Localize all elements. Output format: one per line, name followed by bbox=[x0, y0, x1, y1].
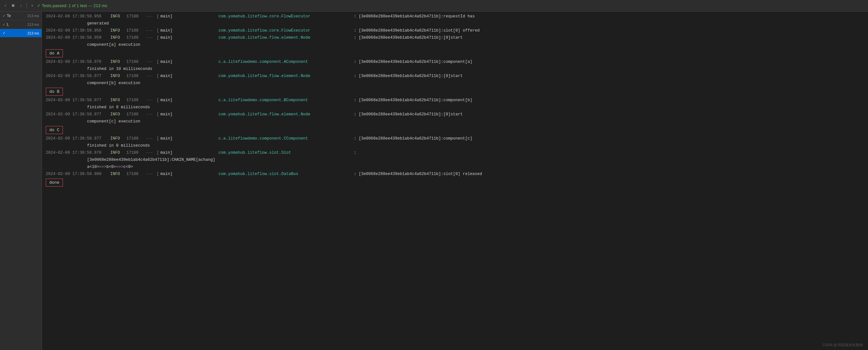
highlight-done: done bbox=[42, 178, 868, 188]
log-indent-5: finished in 0 milliseconds bbox=[42, 104, 868, 111]
sidebar-time-l: 213 ms bbox=[27, 23, 39, 26]
check-icon-te: ✓ bbox=[3, 14, 5, 18]
log-indent-8: [3e0068e288ee439eb1ab4c4a62b4711b]:CHAIN… bbox=[42, 156, 868, 163]
sidebar-label-te: Te bbox=[7, 13, 11, 18]
toolbar-status: ✓ Tests passed: 1 of 1 test — 213 ms bbox=[37, 3, 107, 8]
log-line-8: 2024-02-09 17:30:58.977 INFO 17108 --- [… bbox=[42, 135, 868, 142]
sidebar-label-l: L bbox=[7, 22, 9, 27]
log-line-7: 2024-02-09 17:30:58.977 INFO 17108 --- [… bbox=[42, 111, 868, 118]
sort-icon[interactable]: ↕ bbox=[18, 3, 24, 9]
log-line-10: 2024-02-09 17:30:58.980 INFO 17108 --- [… bbox=[42, 170, 868, 178]
thread-1: main] bbox=[161, 13, 219, 20]
ts-1: 2024-02-09 17:30:58.956 bbox=[46, 13, 110, 20]
log-line-4: 2024-02-09 17:30:58.976 INFO 17108 --- [… bbox=[42, 58, 868, 65]
sidebar-item-active[interactable]: ✓ 213 ms bbox=[0, 29, 41, 37]
log-flow-line: a<10>==>b<0>==>c<0> bbox=[42, 163, 868, 170]
check-icon-active: ✓ bbox=[3, 31, 5, 35]
main-layout: ✓ Te 213 ms ✓ L 213 ms ✓ 213 ms 2024-02-… bbox=[0, 11, 868, 350]
watermark: CSDN @ 阿昌喜欢吃黄桃 bbox=[823, 343, 863, 347]
log-indent-4: component[b] execution bbox=[42, 79, 868, 87]
class-1: com.yomahub.liteflow.core.FlowExecutor bbox=[219, 13, 354, 20]
pass-icon[interactable]: ✓ bbox=[3, 3, 8, 9]
log-indent-6: component[c] execution bbox=[42, 118, 868, 125]
sidebar-time-active: 213 ms bbox=[27, 31, 39, 35]
test-sidebar: ✓ Te 213 ms ✓ L 213 ms ✓ 213 ms bbox=[0, 11, 42, 350]
pid-1: 17108 bbox=[126, 13, 146, 20]
log-line-2: 2024-02-09 17:30:58.956 INFO 17108 --- [… bbox=[42, 27, 868, 34]
sidebar-item-l[interactable]: ✓ L 213 ms bbox=[0, 20, 41, 29]
check-icon-l: ✓ bbox=[3, 23, 5, 27]
log-indent-7: finished in 0 milliseconds bbox=[42, 142, 868, 149]
msg-1: : [3e0068e288ee439eb1ab4c4a62b4711b]:req… bbox=[354, 13, 475, 20]
toolbar: ✓ ⏹ ↕ » ✓ Tests passed: 1 of 1 test — 21… bbox=[0, 0, 868, 11]
toolbar-separator bbox=[26, 3, 27, 9]
log-line-3: 2024-02-09 17:30:58.959 INFO 17108 --- [… bbox=[42, 34, 868, 41]
log-line-1: 2024-02-09 17:30:58.956 INFO 17108 --- [… bbox=[42, 13, 868, 20]
sidebar-time-te: 213 ms bbox=[27, 14, 39, 18]
indent-text-1: generated bbox=[87, 20, 109, 27]
stop-icon[interactable]: ⏹ bbox=[10, 3, 16, 9]
lvl-1: INFO bbox=[110, 13, 126, 20]
log-indent-1: generated bbox=[42, 20, 868, 27]
highlight-do-c: do C bbox=[42, 125, 868, 135]
chevron-icon[interactable]: » bbox=[29, 3, 35, 9]
log-indent-2: component[a] execution bbox=[42, 41, 868, 49]
sidebar-item-te[interactable]: ✓ Te 213 ms bbox=[0, 11, 41, 20]
log-line-9: 2024-02-09 17:30:58.978 INFO 17108 --- [… bbox=[42, 149, 868, 156]
log-indent-3: finished in 10 milliseconds bbox=[42, 65, 868, 72]
sep-1: --- bbox=[146, 13, 155, 20]
log-output[interactable]: 2024-02-09 17:30:58.956 INFO 17108 --- [… bbox=[42, 11, 868, 350]
log-line-5: 2024-02-09 17:30:58.977 INFO 17108 --- [… bbox=[42, 72, 868, 79]
highlight-do-a: do A bbox=[42, 49, 868, 58]
highlight-do-b: do B bbox=[42, 87, 868, 97]
bracket-open-1: [ bbox=[157, 13, 159, 20]
log-line-6: 2024-02-09 17:30:58.977 INFO 17108 --- [… bbox=[42, 97, 868, 104]
